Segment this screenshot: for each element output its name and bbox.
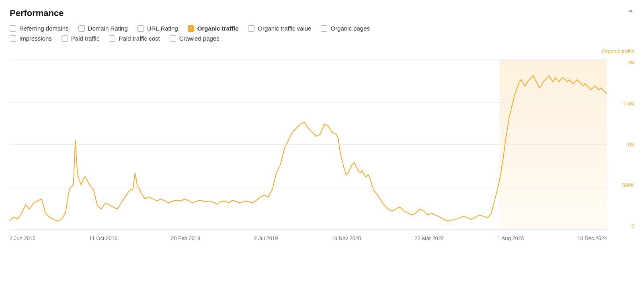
- x-label: 2 Jul 2019: [254, 235, 278, 241]
- x-label: 11 Oct 2016: [89, 235, 117, 241]
- filter-item-impressions[interactable]: Impressions: [10, 35, 52, 42]
- checkbox-crawled_pages[interactable]: [170, 35, 176, 42]
- filter-label-paid_traffic_cost: Paid traffic cost: [119, 35, 160, 42]
- checkbox-impressions[interactable]: [10, 35, 16, 42]
- filter-label-organic_pages: Organic pages: [330, 25, 370, 32]
- grid-line: [10, 187, 607, 187]
- chart-area: Organic traffic 2M1.5M1M500K0: [10, 48, 634, 241]
- x-label: 1 Aug 2023: [497, 235, 524, 241]
- collapse-icon[interactable]: ⌃: [628, 8, 634, 18]
- grid-line: [10, 144, 607, 145]
- filter-section: Referring domainsDomain RatingURL Rating…: [10, 25, 634, 42]
- checkbox-organic_pages[interactable]: [321, 25, 327, 32]
- checkbox-paid_traffic[interactable]: [62, 35, 68, 42]
- y-label: 2M: [627, 60, 634, 66]
- filter-label-organic_traffic_value: Organic traffic value: [258, 25, 311, 32]
- filter-item-referring_domains[interactable]: Referring domains: [10, 25, 69, 32]
- checkbox-url_rating[interactable]: [137, 25, 144, 32]
- filter-label-paid_traffic: Paid traffic: [71, 35, 100, 42]
- x-label: 20 Feb 2018: [171, 235, 200, 241]
- filter-label-crawled_pages: Crawled pages: [179, 35, 219, 42]
- x-label: 10 Dec 2024: [577, 235, 607, 241]
- checkbox-domain_rating[interactable]: [78, 25, 85, 32]
- chart-legend-label: Organic traffic: [602, 48, 634, 54]
- checkbox-paid_traffic_cost[interactable]: [109, 35, 115, 42]
- y-label: 1M: [627, 142, 634, 148]
- panel-title: Performance: [10, 8, 64, 18]
- filter-item-crawled_pages[interactable]: Crawled pages: [170, 35, 219, 42]
- x-label: 10 Nov 2020: [332, 235, 361, 241]
- filter-item-organic_traffic[interactable]: Organic traffic: [188, 25, 239, 32]
- chart-inner: [10, 60, 607, 229]
- x-label: 22 Mar 2022: [414, 235, 444, 241]
- filter-row-1: Referring domainsDomain RatingURL Rating…: [10, 25, 634, 32]
- checkbox-organic_traffic_value[interactable]: [248, 25, 254, 32]
- filter-row-2: ImpressionsPaid trafficPaid traffic cost…: [10, 35, 634, 42]
- filter-label-impressions: Impressions: [19, 35, 52, 42]
- checkbox-referring_domains[interactable]: [10, 25, 16, 32]
- performance-panel: Performance ⌃ Referring domainsDomain Ra…: [0, 0, 644, 245]
- y-axis: 2M1.5M1M500K0: [610, 60, 634, 229]
- filter-label-referring_domains: Referring domains: [19, 25, 69, 32]
- grid-line: [10, 60, 607, 60]
- x-axis: 2 Jun 201511 Oct 201620 Feb 20182 Jul 20…: [10, 229, 607, 241]
- filter-item-url_rating[interactable]: URL Rating: [137, 25, 178, 32]
- filter-item-domain_rating[interactable]: Domain Rating: [78, 25, 128, 32]
- y-label: 500K: [622, 182, 634, 188]
- filter-item-paid_traffic_cost[interactable]: Paid traffic cost: [109, 35, 160, 42]
- y-label: 0: [632, 223, 634, 229]
- filter-label-url_rating: URL Rating: [147, 25, 178, 32]
- grid-line: [10, 102, 607, 103]
- filter-item-paid_traffic[interactable]: Paid traffic: [62, 35, 100, 42]
- filter-item-organic_traffic_value[interactable]: Organic traffic value: [248, 25, 311, 32]
- checkbox-organic_traffic[interactable]: [188, 25, 194, 32]
- filter-label-organic_traffic: Organic traffic: [197, 25, 239, 32]
- y-label: 1.5M: [623, 101, 634, 107]
- x-label: 2 Jun 2015: [10, 235, 35, 241]
- grid-lines: [10, 60, 607, 229]
- filter-label-domain_rating: Domain Rating: [88, 25, 128, 32]
- filter-item-organic_pages[interactable]: Organic pages: [321, 25, 370, 32]
- panel-header: Performance ⌃: [10, 8, 634, 18]
